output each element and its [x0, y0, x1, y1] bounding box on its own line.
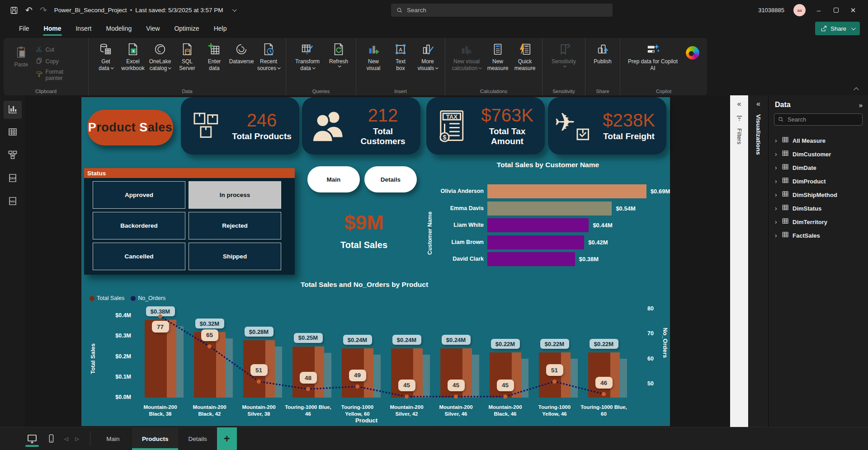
- expand-table-icon[interactable]: ›: [775, 137, 778, 144]
- customer-sales-chart[interactable]: Total Sales by Customer Name Customer Na…: [426, 158, 670, 271]
- desktop-layout-button[interactable]: [26, 427, 38, 450]
- expand-table-icon[interactable]: ›: [775, 191, 778, 198]
- onelake-catalog-button[interactable]: OneLakecatalog: [146, 41, 174, 71]
- data-table-dimstatus[interactable]: ›DimStatus: [769, 202, 868, 215]
- rail-table-view[interactable]: [4, 124, 22, 142]
- copilot-button[interactable]: [682, 41, 703, 60]
- refresh-button[interactable]: Refresh: [325, 41, 352, 67]
- menu-modeling[interactable]: Modeling: [100, 22, 137, 36]
- recent-sources-button[interactable]: Recentsources: [255, 41, 282, 71]
- share-button[interactable]: Share: [815, 22, 860, 35]
- data-table-dimcustomer[interactable]: ›DimCustomer: [769, 147, 868, 161]
- title-caret-icon[interactable]: [232, 7, 237, 12]
- data-table-factsales[interactable]: ›FactSales: [769, 229, 868, 242]
- global-search-input[interactable]: Search: [391, 4, 613, 17]
- page-tab-main[interactable]: Main: [94, 427, 132, 450]
- new-visual-button[interactable]: Newvisual: [360, 41, 387, 71]
- kpi-card-total-customers[interactable]: 212 Total Customers: [302, 97, 420, 155]
- publish-button[interactable]: Publish: [589, 41, 616, 65]
- menu-view[interactable]: View: [141, 22, 165, 36]
- more-visuals-button[interactable]: Morevisuals: [414, 41, 441, 71]
- sensitivity-button[interactable]: Sensitivity: [546, 41, 581, 67]
- expand-table-icon[interactable]: ›: [775, 150, 778, 158]
- customer-bar[interactable]: [487, 218, 589, 232]
- expand-table-icon[interactable]: ›: [775, 218, 778, 225]
- close-button[interactable]: ✕: [849, 6, 857, 14]
- minimize-button[interactable]: –: [815, 6, 823, 14]
- slicer-option-in-process[interactable]: In process: [189, 181, 281, 209]
- table-icon: [782, 218, 789, 226]
- transform-data-button[interactable]: Transformdata: [290, 41, 325, 71]
- slicer-option-cancelled[interactable]: Cancelled: [93, 243, 185, 270]
- menu-file[interactable]: File: [14, 22, 35, 36]
- customer-bar[interactable]: [487, 235, 584, 249]
- kpi-card-total-tax-amount[interactable]: TAX$ $763K Total Tax Amount: [426, 97, 545, 155]
- enter-data-button[interactable]: Enterdata: [201, 41, 228, 71]
- customer-bar[interactable]: [487, 252, 575, 266]
- maximize-button[interactable]: [832, 6, 840, 14]
- nav-button-main[interactable]: Main: [307, 166, 360, 192]
- add-page-button[interactable]: +: [217, 427, 237, 450]
- slicer-option-backordered[interactable]: Backordered: [93, 212, 185, 239]
- rail-dax-query-view[interactable]: DAX: [4, 170, 22, 188]
- expand-table-icon[interactable]: ›: [775, 164, 778, 171]
- excel-workbook-button[interactable]: XExcelworkbook: [119, 41, 146, 71]
- get-data-button[interactable]: Getdata: [92, 41, 119, 71]
- collapse-data-pane-icon[interactable]: »: [859, 101, 863, 109]
- menu-insert[interactable]: Insert: [70, 22, 97, 36]
- new-visual-calculation-button[interactable]: fxNew visualcalculation: [449, 41, 484, 71]
- data-table-all-measure[interactable]: ›All Measure: [769, 134, 868, 147]
- collapse-ribbon-icon[interactable]: [854, 87, 859, 92]
- redo-button[interactable]: ↷: [40, 6, 47, 14]
- expand-table-icon[interactable]: ›: [775, 178, 778, 185]
- menu-optimize[interactable]: Optimize: [169, 22, 204, 36]
- expand-table-icon[interactable]: ›: [775, 205, 778, 212]
- data-table-dimshipmethod[interactable]: ›DimShipMethod: [769, 188, 868, 202]
- visualizations-pane-collapsed[interactable]: « Visualizations: [748, 95, 768, 427]
- rail-report-view[interactable]: [4, 101, 22, 119]
- search-placeholder: Search: [407, 7, 426, 14]
- menu-help[interactable]: Help: [208, 22, 232, 36]
- paste-icon: [14, 44, 28, 60]
- expand-table-icon[interactable]: ›: [775, 232, 778, 239]
- kpi-card-total-products[interactable]: 246 Total Products: [181, 97, 299, 155]
- nav-button-details[interactable]: Details: [364, 166, 417, 192]
- slicer-option-rejected[interactable]: Rejected: [189, 212, 281, 239]
- slicer-option-approved[interactable]: Approved: [93, 181, 185, 209]
- previous-page-arrow[interactable]: ◁: [64, 436, 68, 442]
- page-tab-products[interactable]: Products: [132, 427, 179, 450]
- save-button[interactable]: [10, 6, 18, 14]
- total-sales-label: Total Sales: [328, 240, 400, 250]
- copy-button[interactable]: Copy: [35, 57, 82, 66]
- rail-model-view[interactable]: [4, 147, 22, 165]
- page-tab-details[interactable]: Details: [178, 427, 217, 450]
- slicer-option-shipped[interactable]: Shipped: [189, 243, 281, 270]
- menu-home[interactable]: Home: [38, 22, 67, 36]
- data-table-dimdate[interactable]: ›DimDate: [769, 161, 868, 174]
- paste-button[interactable]: Paste: [9, 42, 33, 86]
- prep-data-for-copilot-ai-button[interactable]: Prep data for CopilotAI: [624, 41, 682, 71]
- expand-filters-icon[interactable]: «: [737, 100, 741, 108]
- text-box-button[interactable]: ATextbox: [387, 41, 414, 71]
- data-search-input[interactable]: Search: [774, 113, 863, 126]
- orders-data-label: 45: [448, 380, 465, 391]
- expand-visualizations-icon[interactable]: «: [756, 100, 760, 108]
- new-measure-button[interactable]: Newmeasure: [484, 41, 511, 71]
- kpi-card-total-freight[interactable]: ✈ $238K Total Freight: [548, 97, 666, 155]
- format-painter-button[interactable]: Format painter: [35, 69, 82, 81]
- customer-bar[interactable]: [487, 184, 646, 198]
- product-combo-chart[interactable]: Total Sales and No_Orders by Product Tot…: [84, 278, 670, 426]
- sql-server-button[interactable]: SQLServer: [174, 41, 201, 71]
- rail-tmdl-view[interactable]: TMDL: [4, 193, 22, 211]
- quick-measure-button[interactable]: Quickmeasure: [511, 41, 538, 71]
- data-table-dimproduct[interactable]: ›DimProduct: [769, 174, 868, 188]
- filters-pane-collapsed[interactable]: « Filters: [730, 95, 748, 427]
- data-table-dimterritory[interactable]: ›DimTerritory: [769, 215, 868, 229]
- undo-button[interactable]: ↶: [25, 6, 33, 14]
- next-page-arrow[interactable]: ▷: [75, 436, 79, 442]
- cut-button[interactable]: Cut: [35, 45, 82, 54]
- customer-bar[interactable]: [487, 202, 612, 216]
- avatar[interactable]: aa: [793, 4, 806, 16]
- dataverse-button[interactable]: Dataverse: [228, 41, 255, 65]
- mobile-layout-button[interactable]: [45, 427, 57, 450]
